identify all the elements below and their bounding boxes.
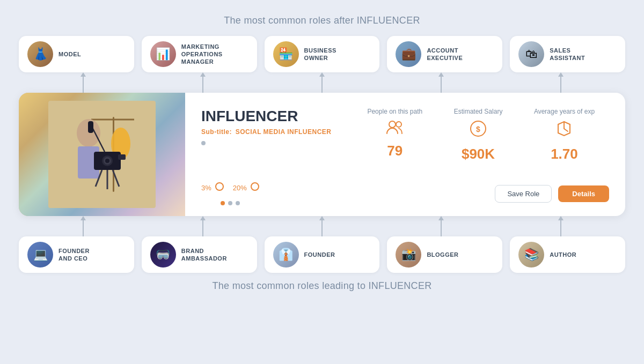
svg-point-20 bbox=[251, 183, 259, 190]
arrow-4 bbox=[558, 72, 564, 93]
role-card-account-exec[interactable]: 💼ACCOUNT EXECUTIVE bbox=[387, 36, 502, 72]
role-avatar-sales-assistant: 🛍 bbox=[518, 41, 544, 67]
role-card-author[interactable]: 📚AUTHOR bbox=[510, 236, 625, 273]
svg-point-17 bbox=[396, 122, 401, 127]
main-card: INFLUENCER Sub-title: SOCIAL MEDIA INFLU… bbox=[19, 93, 625, 216]
role-card-blogger[interactable]: 📸BLOGGER bbox=[387, 236, 502, 273]
salary-icon: $ bbox=[469, 120, 487, 142]
role-avatar-business-owner: 🏪 bbox=[273, 41, 299, 67]
role-card-founder-ceo[interactable]: 💻FOUNDER AND CEO bbox=[19, 236, 134, 273]
stat-people-value: 79 bbox=[387, 143, 402, 159]
arrow-head-0 bbox=[80, 216, 86, 220]
arrows-from-main-row bbox=[19, 216, 625, 236]
arrow-line-2 bbox=[321, 220, 323, 236]
arrow-col-1 bbox=[147, 72, 258, 93]
role-avatar-account-exec: 💼 bbox=[396, 41, 421, 67]
role-label-founder-ceo: FOUNDER AND CEO bbox=[58, 247, 90, 263]
circle-icon bbox=[250, 182, 260, 194]
arrow-col-4 bbox=[505, 72, 617, 93]
role-label-author: AUTHOR bbox=[550, 251, 576, 258]
role-label-marketing-ops: MARKETING OPERATIONS MANAGER bbox=[181, 43, 223, 66]
svg-rect-15 bbox=[88, 121, 93, 133]
role-avatar-brand-ambassador: 🥽 bbox=[150, 242, 176, 268]
arrow-line-4 bbox=[560, 77, 561, 93]
stat-years-label: Average years of exp bbox=[534, 108, 595, 115]
svg-rect-7 bbox=[118, 154, 126, 160]
arrow-line-1 bbox=[202, 220, 203, 236]
arrow-head-0 bbox=[80, 72, 86, 77]
svg-point-10 bbox=[105, 159, 109, 163]
role-label-account-exec: ACCOUNT EXECUTIVE bbox=[427, 47, 463, 62]
role-card-founder[interactable]: 👔FOUNDER bbox=[265, 236, 380, 273]
arrow-col-0 bbox=[27, 72, 139, 93]
stat-salary-label: Estimated Salary bbox=[454, 108, 503, 115]
arrow-col-3 bbox=[385, 216, 497, 236]
stat-salary: Estimated Salary $ $90K bbox=[451, 108, 505, 162]
role-label-blogger: BLOGGER bbox=[427, 251, 458, 258]
save-role-button[interactable]: Save Role bbox=[495, 185, 552, 203]
role-label-model: MODEL bbox=[58, 50, 81, 58]
role-avatar-author: 📚 bbox=[518, 242, 544, 268]
top-roles-row: 👗MODEL📊MARKETING OPERATIONS MANAGER🏪BUSI… bbox=[19, 36, 625, 72]
role-label-brand-ambassador: BRAND AMBASSADOR bbox=[181, 247, 227, 263]
role-avatar-model: 👗 bbox=[27, 41, 53, 67]
card-subtitle: Sub-title: SOCIAL MEDIA INFLUENCER bbox=[201, 128, 332, 136]
arrow-line-1 bbox=[202, 77, 203, 93]
role-card-sales-assistant[interactable]: 🛍SALES ASSISTANT bbox=[510, 36, 625, 72]
role-avatar-founder-ceo: 💻 bbox=[27, 242, 53, 268]
pct1-value: 3% bbox=[201, 184, 211, 192]
influencer-photo bbox=[48, 101, 156, 208]
arrow-2 bbox=[319, 72, 325, 93]
role-label-business-owner: BUSINESS OWNER bbox=[304, 47, 336, 62]
arrow-0 bbox=[80, 72, 86, 93]
arrow-3 bbox=[438, 72, 444, 93]
svg-point-16 bbox=[389, 121, 396, 128]
stat-salary-value: $90K bbox=[462, 146, 495, 162]
arrow-line-0 bbox=[83, 220, 84, 236]
arrow-4 bbox=[558, 216, 564, 236]
people-icon bbox=[386, 120, 404, 138]
arrow-head-2 bbox=[319, 72, 325, 77]
arrow-line-4 bbox=[560, 220, 561, 236]
bottom-title: The most common roles leading to INFLUEN… bbox=[212, 280, 431, 292]
pagination-dots bbox=[221, 201, 240, 205]
arrow-col-4 bbox=[505, 216, 617, 236]
stat-years: Average years of exp 1.70 bbox=[534, 108, 595, 162]
role-card-business-owner[interactable]: 🏪BUSINESS OWNER bbox=[265, 36, 380, 72]
main-card-body: INFLUENCER Sub-title: SOCIAL MEDIA INFLU… bbox=[185, 93, 625, 216]
arrow-col-0 bbox=[27, 216, 139, 236]
stats-area: People on this path 79 bbox=[353, 108, 609, 162]
bottom-roles-row: 💻FOUNDER AND CEO🥽BRAND AMBASSADOR👔FOUNDE… bbox=[19, 236, 625, 273]
pct2-value: 20% bbox=[233, 184, 247, 192]
arrow-head-2 bbox=[319, 216, 325, 220]
arrow-1 bbox=[200, 216, 206, 236]
arrow-col-3 bbox=[385, 72, 497, 93]
arrow-col-2 bbox=[266, 72, 378, 93]
pct1-item: 3% bbox=[201, 182, 224, 194]
role-avatar-blogger: 📸 bbox=[396, 242, 421, 268]
card-info: INFLUENCER Sub-title: SOCIAL MEDIA INFLU… bbox=[201, 108, 332, 145]
arrow-col-1 bbox=[147, 216, 258, 236]
role-avatar-marketing-ops: 📊 bbox=[150, 41, 176, 67]
arrow-3 bbox=[438, 216, 444, 236]
arrow-head-1 bbox=[200, 216, 206, 220]
top-title: The most common roles after INFLUENCER bbox=[224, 15, 420, 26]
role-avatar-founder: 👔 bbox=[273, 242, 299, 268]
arrows-to-main-row bbox=[19, 72, 625, 93]
main-card-image bbox=[19, 93, 185, 216]
arrow-0 bbox=[80, 216, 86, 236]
arrow-line-0 bbox=[83, 77, 84, 93]
role-card-brand-ambassador[interactable]: 🥽BRAND AMBASSADOR bbox=[142, 236, 257, 273]
stat-people: People on this path 79 bbox=[367, 108, 422, 162]
role-card-model[interactable]: 👗MODEL bbox=[19, 36, 134, 72]
arrow-2 bbox=[319, 216, 325, 236]
role-label-founder: FOUNDER bbox=[304, 251, 335, 258]
svg-text:$: $ bbox=[476, 125, 480, 133]
role-card-marketing-ops[interactable]: 📊MARKETING OPERATIONS MANAGER bbox=[142, 36, 257, 72]
details-button[interactable]: Details bbox=[558, 185, 609, 202]
years-icon bbox=[556, 120, 572, 142]
stat-years-value: 1.70 bbox=[551, 146, 578, 162]
arrow-head-1 bbox=[200, 72, 206, 77]
arrow-line-2 bbox=[321, 77, 323, 93]
arrow-head-3 bbox=[438, 72, 444, 77]
